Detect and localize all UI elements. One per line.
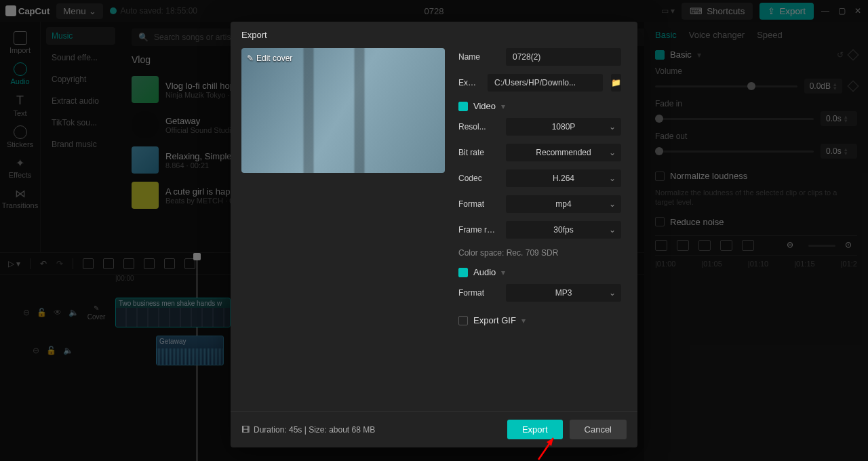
- format-label: Format: [458, 199, 498, 209]
- duration-text: Duration: 45s | Size: about 68 MB: [254, 425, 375, 435]
- framerate-label: Frame rate: [458, 225, 498, 235]
- browse-folder-button[interactable]: 📁: [611, 74, 621, 92]
- gif-checkbox[interactable]: [458, 316, 468, 325]
- framerate-select[interactable]: 30fps: [506, 221, 621, 239]
- pencil-icon: ✎: [247, 54, 254, 63]
- video-section-label: Video: [473, 101, 496, 111]
- format-select[interactable]: mp4: [506, 195, 621, 213]
- chevron-icon: ▾: [501, 268, 505, 277]
- edit-cover-button[interactable]: ✎Edit cover: [247, 54, 292, 63]
- export-form: Name Export to📁 Video▾ Resol...1080P Bit…: [458, 48, 627, 411]
- edit-cover-label: Edit cover: [256, 54, 292, 63]
- gif-section-label: Export GIF: [473, 315, 516, 325]
- cancel-button[interactable]: Cancel: [570, 420, 627, 439]
- exportto-label: Export to: [458, 78, 479, 87]
- audio-format-label: Format: [458, 288, 498, 298]
- resolution-label: Resol...: [458, 122, 498, 132]
- chevron-icon: ▾: [521, 316, 526, 325]
- resolution-select[interactable]: 1080P: [506, 118, 621, 136]
- audio-format-select[interactable]: MP3: [506, 284, 621, 302]
- export-duration: 🎞Duration: 45s | Size: about 68 MB: [241, 425, 375, 435]
- modal-title: Export: [231, 22, 637, 48]
- codec-select[interactable]: H.264: [506, 169, 621, 187]
- audio-section-label: Audio: [473, 267, 496, 277]
- exportto-input[interactable]: [488, 74, 603, 92]
- chevron-icon: ▾: [501, 102, 505, 111]
- video-checkbox[interactable]: [458, 102, 468, 111]
- colorspace-info: Color space: Rec. 709 SDR: [458, 248, 621, 258]
- audio-checkbox[interactable]: [458, 268, 468, 277]
- bitrate-label: Bit rate: [458, 148, 498, 157]
- export-confirm-button[interactable]: Export: [507, 420, 563, 439]
- film-icon: 🎞: [241, 425, 250, 435]
- export-modal: Export ✎Edit cover Name Export to📁 Video…: [231, 22, 637, 447]
- codec-label: Codec: [458, 174, 498, 183]
- modal-footer: 🎞Duration: 45s | Size: about 68 MB Expor…: [231, 411, 637, 447]
- folder-icon: 📁: [611, 78, 621, 87]
- bitrate-select[interactable]: Recommended: [506, 144, 621, 161]
- name-input[interactable]: [506, 48, 621, 66]
- export-preview: ✎Edit cover: [241, 48, 445, 173]
- name-label: Name: [458, 52, 498, 62]
